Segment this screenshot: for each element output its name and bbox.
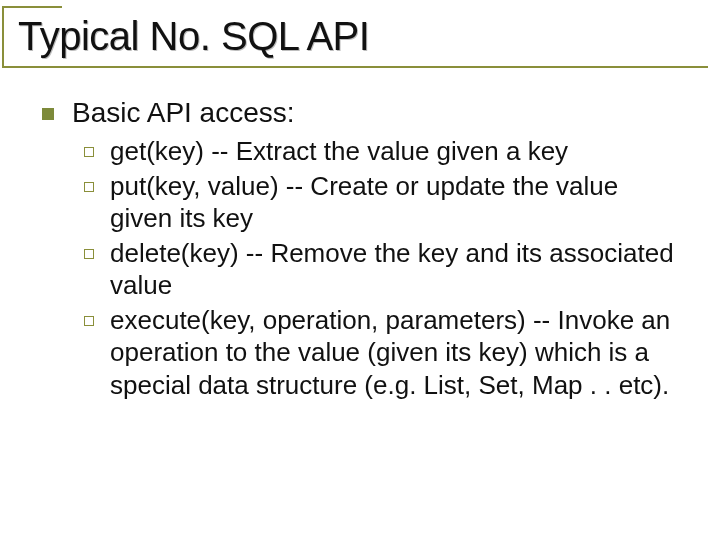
bullet-level1: Basic API access: bbox=[42, 97, 680, 129]
hollow-square-bullet-icon bbox=[84, 147, 94, 157]
square-bullet-icon bbox=[42, 108, 54, 120]
title-rule-left bbox=[2, 6, 4, 68]
item-text: get(key) -- Extract the value given a ke… bbox=[110, 135, 568, 168]
slide-title: Typical No. SQL API bbox=[18, 14, 702, 59]
list-item: execute(key, operation, parameters) -- I… bbox=[84, 304, 680, 402]
title-container: Typical No. SQL API Typical No. SQL API bbox=[0, 0, 720, 67]
item-text: delete(key) -- Remove the key and its as… bbox=[110, 237, 680, 302]
title-rule-bottom bbox=[2, 66, 708, 68]
item-text: put(key, value) -- Create or update the … bbox=[110, 170, 680, 235]
hollow-square-bullet-icon bbox=[84, 249, 94, 259]
list-item: delete(key) -- Remove the key and its as… bbox=[84, 237, 680, 302]
hollow-square-bullet-icon bbox=[84, 316, 94, 326]
hollow-square-bullet-icon bbox=[84, 182, 94, 192]
list-item: get(key) -- Extract the value given a ke… bbox=[84, 135, 680, 168]
heading-text: Basic API access: bbox=[72, 97, 295, 129]
list-item: put(key, value) -- Create or update the … bbox=[84, 170, 680, 235]
title-rule-top bbox=[2, 6, 62, 8]
content-area: Basic API access: get(key) -- Extract th… bbox=[0, 67, 720, 401]
item-text: execute(key, operation, parameters) -- I… bbox=[110, 304, 680, 402]
